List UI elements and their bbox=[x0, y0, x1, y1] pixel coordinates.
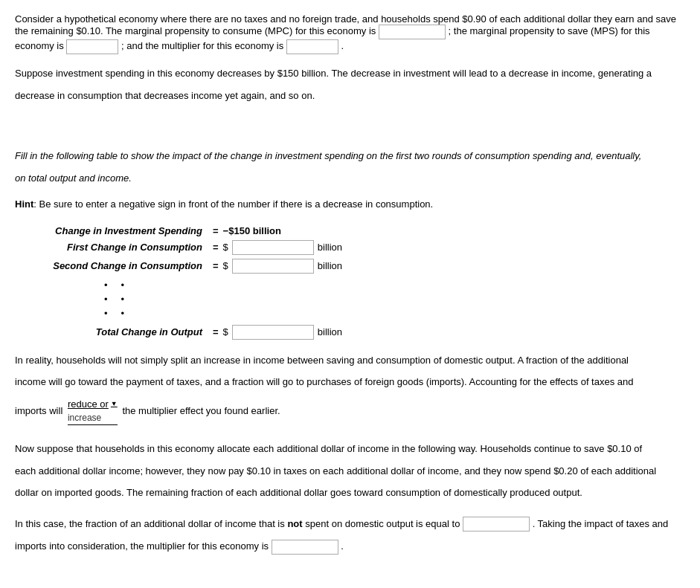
now-suppose-line2: each additional dollar income; however, … bbox=[15, 464, 685, 479]
dropdown-selected-text: reduce or bbox=[68, 397, 109, 412]
second-change-eq: = bbox=[208, 260, 223, 271]
second-change-input[interactable] bbox=[232, 259, 314, 274]
total-change-billion: billion bbox=[318, 326, 342, 337]
second-change-billion: billion bbox=[318, 260, 342, 271]
fill-in-para: Fill in the following table to show the … bbox=[15, 149, 685, 185]
total-change-eq: = bbox=[208, 326, 223, 337]
dot-1-2: • bbox=[121, 280, 125, 291]
dot-3-2: • bbox=[121, 308, 125, 319]
para2-line1: Suppose investment spending in this econ… bbox=[15, 66, 685, 81]
first-change-label: First Change in Consumption bbox=[15, 242, 208, 253]
intro-paragraph: Consider a hypothetical economy where th… bbox=[15, 13, 685, 54]
intro-end: . bbox=[341, 40, 344, 51]
dot-3-1: • bbox=[104, 308, 108, 319]
reality-line1: In reality, households will not simply s… bbox=[15, 353, 685, 368]
total-change-dollar: $ bbox=[223, 326, 228, 337]
second-change-label: Second Change in Consumption bbox=[15, 260, 208, 271]
reality-line3-post: the multiplier effect you found earlier. bbox=[122, 404, 280, 416]
investment-value: −$150 billion bbox=[223, 225, 281, 236]
hint-para: Hint: Be sure to enter a negative sign i… bbox=[15, 197, 685, 212]
dot-2-1: • bbox=[104, 294, 108, 305]
dot-row-2: • • bbox=[104, 294, 685, 305]
fill-in-label: Fill in the following table to show the … bbox=[15, 150, 641, 161]
total-change-input[interactable] bbox=[232, 325, 314, 340]
final-line2-end: . bbox=[341, 540, 344, 552]
reality-line3-pre: imports will bbox=[15, 404, 62, 416]
dot-row-3: • • bbox=[104, 308, 685, 319]
fraction-input[interactable] bbox=[463, 517, 530, 532]
final-multiplier-input[interactable] bbox=[272, 540, 338, 555]
now-suppose-para: Now suppose that households in this econ… bbox=[15, 442, 685, 500]
now-suppose-line1: Now suppose that households in this econ… bbox=[15, 442, 685, 456]
first-change-billion: billion bbox=[318, 242, 342, 253]
dot-2-2: • bbox=[121, 294, 125, 305]
second-change-dollar: $ bbox=[223, 260, 228, 271]
investment-label: Change in Investment Spending bbox=[15, 225, 208, 236]
mpc-input[interactable] bbox=[379, 25, 446, 39]
investment-row: Change in Investment Spending = −$150 bi… bbox=[15, 225, 685, 236]
dropdown-other-option: increase bbox=[68, 411, 101, 424]
fill-in-label2: on total output and income. bbox=[15, 172, 132, 184]
dot-row-1: • • bbox=[104, 280, 685, 291]
intro-mps-suffix: ; and the multiplier for this economy is bbox=[121, 40, 283, 51]
investment-eq: = bbox=[208, 225, 223, 236]
dot-1-1: • bbox=[104, 280, 108, 291]
first-change-input[interactable] bbox=[232, 240, 314, 255]
total-change-label: Total Change in Output bbox=[15, 326, 208, 337]
first-change-eq: = bbox=[208, 242, 223, 253]
final-bold-not: not bbox=[287, 518, 302, 529]
multiplier-dropdown-wrapper[interactable]: reduce or ▼ increase bbox=[68, 397, 118, 426]
first-change-dollar: $ bbox=[223, 242, 228, 253]
dropdown-selected-label: reduce or ▼ bbox=[68, 397, 118, 412]
total-change-row: Total Change in Output = $ billion bbox=[15, 325, 685, 340]
final-line1-pre: In this case, the fraction of an additio… bbox=[15, 518, 285, 529]
para2-line2: decrease in consumption that decreases i… bbox=[15, 88, 685, 103]
hint-bold-label: Hint bbox=[15, 198, 33, 210]
mps-input[interactable] bbox=[66, 39, 118, 54]
final-line2-pre: imports into consideration, the multipli… bbox=[15, 540, 269, 552]
first-change-row: First Change in Consumption = $ billion bbox=[15, 240, 685, 255]
final-line1-suffix: . Taking the impact of taxes and bbox=[533, 518, 669, 529]
table-section: Change in Investment Spending = −$150 bi… bbox=[15, 225, 685, 340]
hint-text: : Be sure to enter a negative sign in fr… bbox=[33, 198, 433, 210]
dots-section: • • • • • • bbox=[104, 280, 685, 319]
reality-line2: income will go toward the payment of tax… bbox=[15, 375, 685, 390]
final-para: In this case, the fraction of an additio… bbox=[15, 517, 685, 555]
final-line1-post: spent on domestic output is equal to bbox=[305, 518, 460, 529]
multiplier-input[interactable] bbox=[286, 39, 338, 54]
second-change-row: Second Change in Consumption = $ billion bbox=[15, 259, 685, 274]
now-suppose-line3: dollar on imported goods. The remaining … bbox=[15, 485, 685, 500]
dropdown-arrow-icon: ▼ bbox=[111, 399, 118, 410]
reality-para: In reality, households will not simply s… bbox=[15, 353, 685, 426]
para2: Suppose investment spending in this econ… bbox=[15, 66, 685, 103]
